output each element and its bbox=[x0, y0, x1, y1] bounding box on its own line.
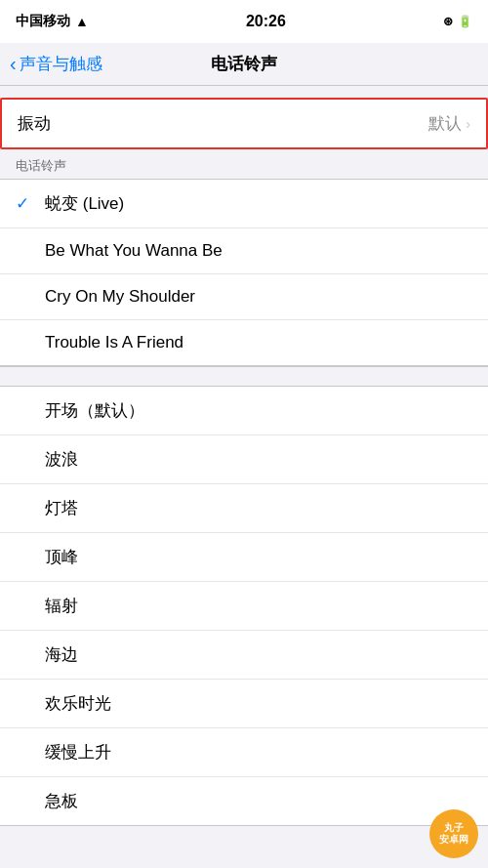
wifi-icon: ▲ bbox=[75, 14, 89, 29]
list-item[interactable]: 辐射 bbox=[0, 582, 488, 631]
status-left: 中国移动 ▲ bbox=[16, 13, 89, 30]
list-item[interactable]: Trouble Is A Friend bbox=[0, 320, 488, 365]
back-label[interactable]: 声音与触感 bbox=[20, 53, 102, 75]
item-label: 缓慢上升 bbox=[45, 741, 111, 764]
item-label: 欢乐时光 bbox=[45, 692, 111, 715]
carrier-label: 中国移动 bbox=[16, 13, 70, 30]
back-button[interactable]: ‹ 声音与触感 bbox=[10, 53, 102, 75]
list-item[interactable]: Cry On My Shoulder bbox=[0, 274, 488, 320]
section-label: 电话铃声 bbox=[0, 149, 488, 179]
list-item[interactable]: 灯塔 bbox=[0, 484, 488, 533]
item-label: 灯塔 bbox=[45, 497, 78, 519]
watermark: 丸子安卓网 bbox=[429, 809, 478, 858]
group-separator bbox=[0, 366, 488, 386]
chevron-left-icon: ‹ bbox=[10, 53, 17, 75]
item-label: 海边 bbox=[45, 643, 78, 666]
list-item[interactable]: 欢乐时光 bbox=[0, 680, 488, 728]
vibration-block: 振动 默认 › bbox=[0, 98, 488, 149]
item-label: Cry On My Shoulder bbox=[45, 287, 195, 307]
nav-bar: ‹ 声音与触感 电话铃声 bbox=[0, 43, 488, 86]
item-label: Trouble Is A Friend bbox=[45, 333, 183, 352]
item-label: 辐射 bbox=[45, 595, 78, 617]
vibration-row[interactable]: 振动 默认 › bbox=[2, 100, 486, 147]
chevron-right-icon: › bbox=[466, 116, 470, 132]
item-label: 顶峰 bbox=[45, 546, 78, 568]
alarm-icon: ⊛ bbox=[443, 15, 453, 28]
status-bar: 中国移动 ▲ 20:26 ⊛ 🔋 bbox=[0, 0, 488, 43]
status-time: 20:26 bbox=[246, 13, 286, 30]
item-label: 急板 bbox=[45, 790, 78, 812]
system-sounds-list: 开场（默认） 波浪 灯塔 顶峰 辐射 海边 欢乐时光 缓慢上升 急板 bbox=[0, 386, 488, 826]
nav-title: 电话铃声 bbox=[211, 53, 277, 75]
list-item[interactable]: 开场（默认） bbox=[0, 387, 488, 435]
vibration-right: 默认 › bbox=[428, 112, 470, 135]
vibration-label: 振动 bbox=[18, 112, 51, 135]
list-item[interactable]: Be What You Wanna Be bbox=[0, 228, 488, 274]
item-label: 开场（默认） bbox=[45, 399, 144, 422]
ringtone-list: ✓ 蜕变 (Live) Be What You Wanna Be Cry On … bbox=[0, 179, 488, 366]
battery-icon: 🔋 bbox=[458, 15, 472, 28]
list-item[interactable]: 顶峰 bbox=[0, 533, 488, 582]
list-item[interactable]: 急板 bbox=[0, 777, 488, 825]
list-item[interactable]: 缓慢上升 bbox=[0, 728, 488, 777]
item-label: Be What You Wanna Be bbox=[45, 241, 223, 261]
list-item[interactable]: 波浪 bbox=[0, 435, 488, 484]
item-label: 波浪 bbox=[45, 448, 78, 471]
item-label: 蜕变 (Live) bbox=[45, 192, 124, 215]
check-icon: ✓ bbox=[16, 193, 39, 214]
vibration-value: 默认 bbox=[428, 112, 462, 135]
list-item[interactable]: ✓ 蜕变 (Live) bbox=[0, 180, 488, 228]
list-item[interactable]: 海边 bbox=[0, 631, 488, 680]
status-right: ⊛ 🔋 bbox=[443, 15, 472, 28]
